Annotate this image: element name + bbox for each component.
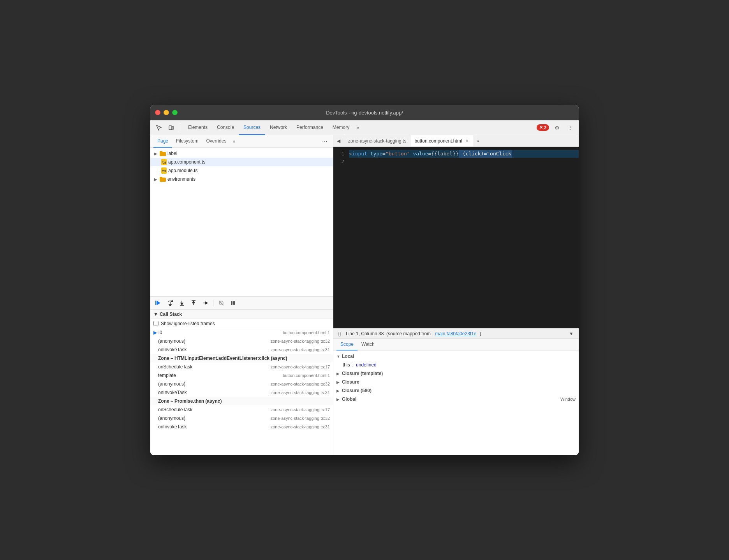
call-stack-item-template[interactable]: template button.component.html:1	[150, 371, 333, 380]
folder-arrow: ▶	[153, 151, 158, 156]
editor-tab-zone-async[interactable]: zone-async-stack-tagging.ts	[344, 135, 410, 147]
code-content[interactable]: <input type="button" value={{label}} (cl…	[347, 147, 579, 328]
tree-file-app-module[interactable]: ts app.module.ts	[150, 166, 333, 175]
code-token: "button"	[386, 150, 410, 158]
left-panel: Page Filesystem Overrides » ⋯ ▶	[150, 135, 333, 455]
tab-console[interactable]: Console	[212, 120, 239, 135]
more-button[interactable]: ⋮	[565, 122, 576, 133]
minimize-button[interactable]	[164, 110, 169, 115]
tab-overflow[interactable]: »	[354, 125, 361, 130]
call-stack-item-anon2[interactable]: (anonymous) zone-async-stack-tagging.ts:…	[150, 380, 333, 388]
settings-button[interactable]: ⚙	[551, 122, 562, 133]
scope-tab-scope[interactable]: Scope	[336, 339, 357, 350]
tab-memory[interactable]: Memory	[328, 120, 354, 135]
status-text: Line 1, Column 38 (source mapped from	[346, 331, 432, 336]
tab-performance[interactable]: Performance	[292, 120, 328, 135]
step-button[interactable]	[200, 298, 210, 308]
toolbar-right: ✕ 2 ⚙ ⋮	[537, 122, 576, 133]
editor-tab-label: button.component.html	[414, 138, 462, 144]
scope-label: Global	[342, 396, 356, 402]
line-num-2: 2	[333, 158, 344, 166]
main-content: Page Filesystem Overrides » ⋯ ▶	[150, 135, 579, 455]
code-token: <	[349, 150, 352, 158]
file-tree: ▶ label ts app.component.ts	[150, 148, 333, 296]
status-bar: {} Line 1, Column 38 (source mapped from…	[333, 328, 579, 338]
sub-tab-filesystem[interactable]: Filesystem	[172, 135, 202, 148]
source-map-link[interactable]: main.fa8bfa0e23f1e	[435, 331, 476, 336]
pause-on-exceptions-button[interactable]	[228, 298, 238, 308]
sub-tab-page[interactable]: Page	[153, 135, 172, 148]
editor-tab-nav-left[interactable]: ◀	[333, 135, 344, 147]
pretty-print-button[interactable]: ▼	[567, 329, 576, 338]
scope-tab-watch[interactable]: Watch	[357, 339, 379, 350]
call-stack-header[interactable]: ▼ Call Stack	[150, 310, 333, 319]
scope-section-global[interactable]: ▶ Global Window	[333, 395, 579, 403]
tab-sources[interactable]: Sources	[239, 120, 265, 135]
code-line-2	[349, 158, 579, 166]
scope-arrow: ▶	[336, 372, 340, 376]
call-stack-item-i0[interactable]: ▶ i0 button.component.html:1	[150, 328, 333, 337]
call-stack-item-onScheduleTask1[interactable]: onScheduleTask zone-async-stack-tagging.…	[150, 363, 333, 371]
scope-label: Local	[342, 354, 354, 359]
call-stack-title: Call Stack	[160, 312, 182, 317]
scope-section-closure[interactable]: ▶ Closure	[333, 378, 579, 386]
show-ignore-checkbox[interactable]	[153, 321, 158, 326]
step-out-button[interactable]	[188, 298, 199, 308]
debug-sep1	[213, 299, 213, 306]
error-badge[interactable]: ✕ 2	[537, 124, 549, 131]
code-token: {{label}}	[431, 150, 458, 158]
frame-name: onScheduleTask	[158, 407, 192, 412]
tree-file-app-component[interactable]: ts app.component.ts	[150, 158, 333, 166]
scope-section-closure-580[interactable]: ▶ Closure (580)	[333, 386, 579, 395]
sub-tab-overflow[interactable]: »	[230, 139, 238, 144]
frame-name: (anonymous)	[158, 338, 185, 344]
call-stack-item-onInvokeTask1[interactable]: onInvokeTask zone-async-stack-tagging.ts…	[150, 345, 333, 354]
file-icon-module: ts	[161, 167, 167, 174]
device-toggle-button[interactable]	[166, 122, 177, 133]
editor-tab-close[interactable]: ✕	[464, 138, 470, 144]
tab-network[interactable]: Network	[265, 120, 292, 135]
frame-name: (anonymous)	[158, 416, 185, 421]
frame-name: i0	[158, 330, 162, 335]
tree-folder-label[interactable]: ▶ label	[150, 149, 333, 158]
svg-rect-11	[155, 301, 156, 305]
toolbar-separator	[180, 124, 180, 132]
svg-marker-16	[181, 303, 183, 305]
deactivate-breakpoints-button[interactable]	[216, 298, 226, 308]
scope-arrow: ▶	[336, 380, 340, 384]
debug-toolbar	[150, 296, 333, 310]
resume-button[interactable]	[153, 298, 164, 308]
call-stack-item-onInvokeTask3[interactable]: onInvokeTask zone-async-stack-tagging.ts…	[150, 423, 333, 431]
call-stack-item-anon3[interactable]: (anonymous) zone-async-stack-tagging.ts:…	[150, 414, 333, 423]
code-token: type	[367, 150, 382, 158]
maximize-button[interactable]	[172, 110, 178, 115]
step-over-button[interactable]	[165, 298, 175, 308]
inspect-element-button[interactable]	[153, 122, 164, 133]
svg-text:ts: ts	[162, 169, 166, 173]
close-button[interactable]	[155, 110, 160, 115]
frame-name: onInvokeTask	[158, 390, 187, 395]
scope-section-local[interactable]: ▼ Local	[333, 352, 579, 361]
step-into-button[interactable]	[177, 298, 187, 308]
tree-folder-environments[interactable]: ▶ environments	[150, 175, 333, 183]
call-stack-item-anon1[interactable]: (anonymous) zone-async-stack-tagging.ts:…	[150, 337, 333, 345]
call-stack-item-onScheduleTask2[interactable]: onScheduleTask zone-async-stack-tagging.…	[150, 405, 333, 414]
traffic-lights	[155, 110, 178, 115]
sub-panel-more[interactable]: ⋯	[320, 138, 330, 144]
editor-tab-button-html[interactable]: button.component.html ✕	[410, 135, 474, 147]
scope-label: Closure (template)	[342, 371, 383, 376]
line-num-1: 1	[333, 150, 344, 158]
code-token: =	[382, 150, 386, 158]
scope-property-this[interactable]: this : undefined	[333, 361, 579, 369]
scope-arrow: ▶	[336, 397, 340, 402]
async-header-label: Zone – HTMLInputElement.addEventListener…	[158, 356, 287, 361]
code-token: =	[428, 150, 431, 158]
tab-elements[interactable]: Elements	[183, 120, 212, 135]
call-stack-arrow: ▼	[153, 312, 158, 317]
editor-tab-overflow[interactable]: »	[474, 138, 481, 144]
sub-tab-overrides[interactable]: Overrides	[202, 135, 230, 148]
show-ignore-label[interactable]: Show ignore-listed frames	[161, 321, 215, 326]
scope-section-closure-template[interactable]: ▶ Closure (template)	[333, 369, 579, 378]
frame-location: button.component.html:1	[283, 373, 330, 378]
call-stack-item-onInvokeTask2[interactable]: onInvokeTask zone-async-stack-tagging.ts…	[150, 388, 333, 397]
